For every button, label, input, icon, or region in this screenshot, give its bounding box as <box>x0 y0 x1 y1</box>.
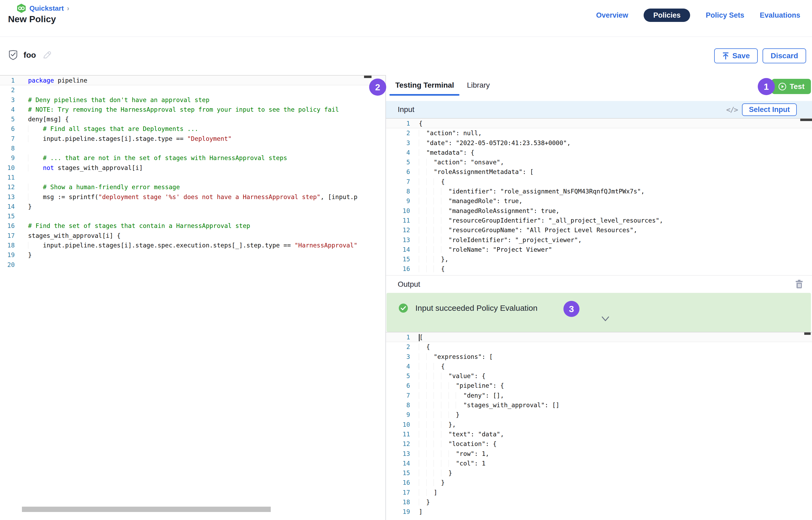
code-line[interactable]: 8 <box>0 144 385 153</box>
code-line[interactable]: 15 <box>0 211 385 221</box>
nav-tab-evaluations[interactable]: Evaluations <box>760 11 800 20</box>
code-line[interactable]: 14 "col": 1 <box>386 459 812 468</box>
output-scrollbar-thumb[interactable] <box>804 332 811 335</box>
code-line[interactable]: 1{ <box>386 119 812 128</box>
editor-scrollbar-thumb[interactable] <box>364 76 372 78</box>
nav-tab-policy-sets[interactable]: Policy Sets <box>706 11 744 20</box>
code-line[interactable]: 17stages_with_approval[i] { <box>0 231 385 240</box>
code-line[interactable]: 1package pipeline <box>0 76 385 85</box>
code-line[interactable]: 20 <box>0 260 385 269</box>
line-number: 16 <box>386 264 410 274</box>
code-line[interactable]: 4 { <box>386 362 812 371</box>
code-line[interactable]: 1[ <box>386 332 812 342</box>
code-line[interactable]: 18 } <box>386 497 812 507</box>
code-line[interactable]: 7 input.pipeline.stages[i].stage.type ==… <box>0 134 385 144</box>
code-line[interactable]: 10 }, <box>386 420 812 430</box>
code-line[interactable]: 14 "roleName": "Project Viewer" <box>386 245 812 254</box>
code-line[interactable]: 10 not stages_with_approval[i] <box>0 163 385 173</box>
test-button[interactable]: Test <box>772 79 811 94</box>
code-line[interactable]: 16 } <box>386 478 812 487</box>
line-number: 12 <box>0 182 15 192</box>
code-line[interactable]: 15 } <box>386 468 812 478</box>
code-line[interactable]: 2 "action": null, <box>386 128 812 138</box>
code-text: # Deny pipelines that don't have an appr… <box>15 95 385 105</box>
code-text: package pipeline <box>15 76 385 85</box>
line-number: 11 <box>386 430 410 439</box>
code-line[interactable]: 9 # ... that are not in the set of stage… <box>0 153 385 163</box>
code-line[interactable]: 5deny[msg] { <box>0 114 385 124</box>
code-line[interactable]: 13 "row": 1, <box>386 449 812 459</box>
indent-guides <box>419 227 449 234</box>
nav-tab-policies[interactable]: Policies <box>643 8 690 22</box>
edit-pencil-icon[interactable] <box>42 50 52 60</box>
code-line[interactable]: 17 ] <box>386 488 812 497</box>
code-line[interactable]: 3 "expressions": [ <box>386 352 812 362</box>
code-line[interactable]: 12 "location": { <box>386 439 812 449</box>
input-scrollbar-thumb[interactable] <box>800 119 812 121</box>
collapse-banner-button[interactable] <box>601 316 610 323</box>
code-line[interactable]: 3# Deny pipelines that don't have an app… <box>0 95 385 105</box>
code-line[interactable]: 13 "roleIdentifier": "_project_viewer", <box>386 235 812 245</box>
tab-testing-terminal[interactable]: Testing Terminal <box>395 81 454 89</box>
code-line[interactable]: 6 "pipeline": { <box>386 381 812 390</box>
output-json-editor[interactable]: 1[2 {3 "expressions": [4 {5 "value": {6 … <box>386 332 812 520</box>
code-text: } <box>410 468 812 478</box>
code-line[interactable]: 7 { <box>386 177 812 186</box>
code-line[interactable]: 15 }, <box>386 254 812 264</box>
input-json-editor[interactable]: 1{2 "action": null,3 "date": "2022-05-05… <box>386 118 812 275</box>
code-text: "resourceGroupIdentifier": "_all_project… <box>410 216 812 225</box>
code-line[interactable]: 16 { <box>386 264 812 274</box>
code-line[interactable]: 19] <box>386 507 812 517</box>
code-text: "metadata": { <box>410 148 812 157</box>
save-button[interactable]: Save <box>714 48 758 63</box>
code-line[interactable]: 19} <box>0 250 385 260</box>
test-button-label: Test <box>790 82 805 91</box>
code-text: }, <box>410 254 812 264</box>
code-line[interactable]: 6 "roleAssignmentMetadata": [ <box>386 167 812 177</box>
code-line[interactable]: 11 <box>0 173 385 182</box>
code-brackets-icon[interactable]: </> <box>726 106 738 114</box>
code-line[interactable]: 13 msg := sprintf("deployment stage '%s'… <box>0 192 385 202</box>
code-line[interactable]: 12 "resourceGroupName": "All Project Lev… <box>386 225 812 235</box>
code-line[interactable]: 3 "date": "2022-05-05T20:41:23.538+0000"… <box>386 138 812 148</box>
indent-guides <box>419 198 449 204</box>
code-line[interactable]: 2 { <box>386 342 812 352</box>
code-text <box>15 260 385 269</box>
code-line[interactable]: 14} <box>0 202 385 211</box>
code-line[interactable]: 10 "managedRoleAssignment": true, <box>386 206 812 216</box>
code-line[interactable]: 18 input.pipeline.stages[i].stage.spec.e… <box>0 240 385 250</box>
code-line[interactable]: 2 <box>0 85 385 95</box>
code-line[interactable]: 11 "text": "data", <box>386 430 812 439</box>
code-text: deny[msg] { <box>15 114 385 124</box>
policy-code-editor[interactable]: 1package pipeline23# Deny pipelines that… <box>0 75 385 520</box>
line-number: 17 <box>0 231 15 240</box>
code-line[interactable]: 16# Find the set of stages that contain … <box>0 221 385 231</box>
horizontal-scrollbar-thumb[interactable] <box>22 506 271 512</box>
indent-guides <box>419 168 434 175</box>
line-number: 1 <box>386 119 410 128</box>
discard-button[interactable]: Discard <box>763 48 806 63</box>
line-number: 3 <box>386 138 410 148</box>
breadcrumb-link-quickstart[interactable]: Quickstart <box>29 4 64 12</box>
clear-output-button[interactable] <box>795 280 803 289</box>
code-line[interactable]: 11 "resourceGroupIdentifier": "_all_proj… <box>386 216 812 225</box>
code-line[interactable]: 5 "value": { <box>386 371 812 381</box>
select-input-button[interactable]: Select Input <box>742 103 797 116</box>
code-line[interactable]: 8 "stages_with_approval": [] <box>386 400 812 410</box>
nav-tab-overview[interactable]: Overview <box>596 11 628 20</box>
code-line[interactable]: 9 } <box>386 410 812 419</box>
code-text: { <box>410 119 812 128</box>
code-text: "roleIdentifier": "_project_viewer", <box>410 235 812 245</box>
tab-library[interactable]: Library <box>467 81 490 89</box>
code-line[interactable]: 4 "metadata": { <box>386 148 812 157</box>
indent-guides <box>419 489 434 496</box>
code-line[interactable]: 12 # Show a human-friendly error message <box>0 182 385 192</box>
code-line[interactable]: 7 "deny": [], <box>386 391 812 400</box>
code-line[interactable]: 8 "identifier": "role_assignment_NsFQM43… <box>386 186 812 196</box>
code-line[interactable]: 4# NOTE: Try removing the HarnessApprova… <box>0 105 385 114</box>
indent-guides <box>28 154 43 161</box>
code-line[interactable]: 9 "managedRole": true, <box>386 196 812 206</box>
code-line[interactable]: 6 # Find all stages that are Deployments… <box>0 124 385 134</box>
code-line[interactable]: 5 "action": "onsave", <box>386 157 812 167</box>
code-text: "row": 1, <box>410 449 812 459</box>
